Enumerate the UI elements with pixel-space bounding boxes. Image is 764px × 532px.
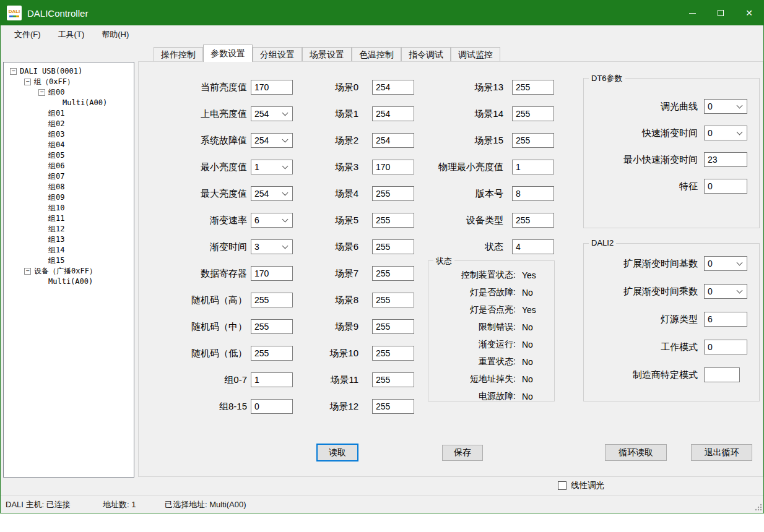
combobox[interactable]: 0	[704, 256, 747, 271]
form-row: 灯源类型	[588, 312, 754, 327]
tree-item[interactable]: −DALI USB(0001)	[4, 66, 134, 77]
tab-operation-control[interactable]: 操作控制	[154, 47, 203, 62]
status-rows: 控制装置状态:Yes灯是否故障:No灯是否点亮:Yes限制错误:No渐变运行:N…	[428, 261, 554, 402]
minimize-button[interactable]	[678, 1, 706, 25]
text-field[interactable]	[372, 186, 414, 201]
text-field[interactable]	[704, 179, 747, 194]
tab-debug-monitor[interactable]: 调试监控	[451, 47, 500, 62]
tree-collapse-icon[interactable]: −	[38, 89, 45, 96]
linear-dimming-checkbox[interactable]	[558, 481, 566, 490]
tree-item[interactable]: 组13	[4, 234, 134, 245]
form-row: 场景7	[285, 266, 414, 281]
tab-parameter-settings[interactable]: 参数设置	[203, 45, 253, 62]
text-field[interactable]	[512, 80, 554, 95]
tree-item[interactable]: 组09	[4, 192, 134, 203]
tab-group-settings[interactable]: 分组设置	[253, 47, 302, 62]
text-field[interactable]	[512, 160, 554, 174]
tree-item[interactable]: −组（0xFF）	[4, 77, 134, 87]
text-field[interactable]	[704, 152, 747, 167]
tree-item[interactable]: 组08	[4, 182, 134, 192]
resize-grip-icon[interactable]	[755, 504, 762, 511]
tree-item[interactable]: −设备（广播0xFF）	[4, 266, 134, 277]
form-row: 场景5	[285, 213, 414, 228]
field-label: 场景6	[285, 241, 358, 253]
text-field[interactable]	[512, 186, 554, 201]
tree-item[interactable]: 组07	[4, 171, 134, 182]
text-field[interactable]	[704, 340, 747, 354]
field-label: 当前亮度值	[149, 82, 247, 93]
tree-item[interactable]: −组00	[4, 87, 134, 98]
combobox[interactable]: 0	[704, 126, 747, 140]
tree-item[interactable]: 组03	[4, 129, 134, 140]
read-button[interactable]: 读取	[316, 444, 358, 461]
tree-item[interactable]: 组01	[4, 108, 134, 119]
text-field[interactable]	[372, 293, 414, 307]
combobox-value: 254	[254, 135, 283, 145]
status-value: No	[522, 288, 548, 298]
text-field[interactable]	[372, 160, 414, 174]
menu-bar: 文件(F) 工具(T) 帮助(H)	[1, 25, 763, 44]
menu-help[interactable]: 帮助(H)	[93, 25, 137, 44]
tree-item[interactable]: 组06	[4, 161, 134, 171]
loop-read-button[interactable]: 循环读取	[605, 444, 667, 461]
text-field[interactable]	[372, 346, 414, 361]
close-button[interactable]: ✕	[735, 1, 763, 25]
app-icon: DALI	[7, 6, 22, 20]
menu-tools[interactable]: 工具(T)	[50, 25, 93, 44]
linear-dimming-label: 线性调光	[571, 480, 604, 491]
text-field[interactable]	[372, 133, 414, 148]
menu-file[interactable]: 文件(F)	[6, 25, 50, 44]
field-label: 随机码（中）	[149, 321, 247, 333]
tree-item[interactable]: 组14	[4, 245, 134, 255]
field-label: 工作模式	[588, 341, 698, 353]
window-controls: ✕	[678, 1, 763, 25]
form-row: 场景9	[285, 319, 414, 334]
maximize-button[interactable]	[706, 1, 735, 25]
tree-item[interactable]: 组15	[4, 255, 134, 266]
tree-item-label: 组05	[48, 150, 64, 161]
text-field[interactable]	[372, 106, 414, 121]
combobox[interactable]: 0	[704, 284, 747, 299]
field-label: 短地址掉失:	[428, 374, 516, 385]
dali2-group-title: DALI2	[589, 238, 616, 247]
tree-item[interactable]: 组02	[4, 119, 134, 129]
tab-scene-settings[interactable]: 场景设置	[302, 47, 352, 62]
field-label: 版本号	[428, 188, 503, 200]
text-field[interactable]	[372, 80, 414, 95]
tree-item[interactable]: 组04	[4, 140, 134, 150]
tab-command-debug[interactable]: 指令调试	[401, 47, 451, 62]
tree-item[interactable]: 组11	[4, 213, 134, 224]
text-field[interactable]	[372, 213, 414, 228]
tree-item-label: 设备（广播0xFF）	[34, 266, 97, 277]
tree-item[interactable]: 组10	[4, 203, 134, 213]
field-label: 最小快速渐变时间	[588, 154, 698, 166]
text-field[interactable]	[512, 133, 554, 148]
save-button[interactable]: 保存	[442, 445, 483, 461]
combobox-value: 254	[254, 189, 283, 199]
window-title: DALIController	[27, 8, 88, 19]
close-icon: ✕	[745, 9, 753, 17]
tree-collapse-icon[interactable]: −	[24, 79, 31, 85]
tab-color-temp-control[interactable]: 色温控制	[352, 47, 401, 62]
tree-item[interactable]: Multi(A00)	[4, 277, 134, 287]
tree-item[interactable]: 组12	[4, 224, 134, 234]
tree-item[interactable]: 组05	[4, 150, 134, 161]
tree-collapse-icon[interactable]: −	[10, 68, 17, 75]
text-field[interactable]	[372, 266, 414, 281]
text-field[interactable]	[512, 106, 554, 121]
text-field[interactable]	[372, 319, 414, 334]
tree-collapse-icon[interactable]: −	[24, 268, 31, 275]
text-field[interactable]	[372, 399, 414, 414]
text-field[interactable]	[512, 239, 554, 254]
text-field[interactable]	[372, 239, 414, 254]
exit-loop-button[interactable]: 退出循环	[691, 444, 752, 461]
field-label: 最大亮度值	[149, 188, 247, 200]
text-field[interactable]	[372, 372, 414, 387]
text-field[interactable]	[704, 312, 747, 327]
combobox[interactable]: 0	[704, 99, 747, 114]
tree-item[interactable]: Multi(A00)	[4, 98, 134, 108]
form-row: 限制错误:No	[428, 321, 548, 333]
status-value: No	[522, 322, 548, 332]
text-field[interactable]	[704, 367, 740, 382]
text-field[interactable]	[512, 213, 554, 228]
